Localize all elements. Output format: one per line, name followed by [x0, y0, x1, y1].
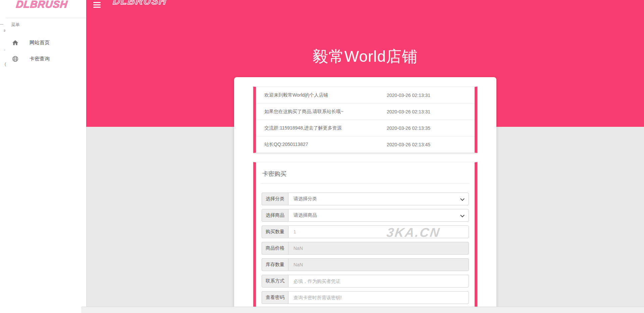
globe-icon: [12, 55, 19, 62]
sidebar: DLBRUSH 菜单 网站首页 卡密查询: [0, 0, 86, 313]
category-field-group: 选择分类 请选择分类: [262, 193, 469, 205]
price-field: [288, 242, 469, 255]
home-icon: [12, 39, 19, 46]
divider: [6, 18, 86, 18]
sidebar-item-card-query[interactable]: 卡密查询: [0, 51, 86, 66]
sidebar-item-home[interactable]: 网站首页: [0, 35, 86, 50]
edge-artifact-line: [0, 24, 3, 24]
price-input: [288, 242, 469, 254]
announcement-time: 2020-03-26 02:13:35: [387, 125, 430, 131]
quantity-field-label: 购买数量: [262, 225, 288, 238]
stock-field: [288, 258, 469, 271]
edge-artifact-glyph: (: [5, 62, 6, 66]
announcement-time: 2020-03-26 02:13:31: [387, 93, 430, 98]
edge-artifact-glyph: ': [4, 49, 5, 53]
sidebar-item-label: 卡密查询: [30, 56, 50, 62]
divider: [261, 183, 470, 184]
category-select[interactable]: 请选择分类: [288, 193, 469, 205]
announcement-text: 欢迎来到毅常World的个人店铺: [256, 92, 387, 98]
shop-title: 毅常World店铺: [313, 46, 418, 67]
contact-field: [288, 275, 469, 288]
product-field-group: 选择商品 请选择商品: [262, 209, 469, 222]
announcement-row: 欢迎来到毅常World的个人店铺 2020-03-26 02:13:31: [256, 87, 475, 103]
price-field-label: 商品价格: [262, 242, 288, 255]
shop-card: 欢迎来到毅常World的个人店铺 2020-03-26 02:13:31 如果您…: [234, 77, 496, 313]
stock-field-group: 库存数量: [262, 258, 469, 271]
bottom-strip: [81, 307, 644, 313]
stock-field-label: 库存数量: [262, 258, 288, 271]
announcement-text: 如果您在这购买了商品,请联系站长哦~: [256, 109, 387, 115]
header-logo[interactable]: DLBRUSH: [112, 0, 167, 7]
purchase-panel: 卡密购买 选择分类 请选择分类 选择商品 请选择商品: [253, 162, 477, 313]
announcement-time: 2020-03-26 02:13:45: [387, 142, 430, 147]
contact-field-group: 联系方式: [262, 275, 469, 288]
edge-artifact-glyph: ɜ: [4, 28, 5, 32]
announcement-table: 欢迎来到毅常World的个人店铺 2020-03-26 02:13:31 如果您…: [253, 87, 477, 153]
announcement-row: 交流群:115918948,进去了解更多资源 2020-03-26 02:13:…: [256, 120, 475, 136]
hamburger-menu-icon[interactable]: [93, 2, 101, 8]
announcement-text: 交流群:115918948,进去了解更多资源: [256, 125, 387, 131]
page: DLBRUSH 毅常World店铺 欢迎来到毅常World的个人店铺 2020-…: [0, 0, 644, 313]
category-select-value: 请选择分类: [288, 196, 317, 202]
chevron-down-icon: [460, 197, 465, 201]
contact-input[interactable]: [288, 275, 469, 287]
quantity-field: [288, 225, 469, 238]
quantity-input[interactable]: [288, 226, 469, 238]
product-select[interactable]: 请选择商品: [288, 209, 469, 222]
product-field-label: 选择商品: [262, 209, 288, 222]
stock-input: [288, 259, 469, 271]
announcement-row: 站长QQ:2050113827 2020-03-26 02:13:45: [256, 136, 475, 153]
purchase-form: 选择分类 请选择分类 选择商品 请选择商品 购买数量: [256, 193, 475, 304]
price-field-group: 商品价格: [262, 242, 469, 255]
chevron-down-icon: [460, 213, 465, 217]
query-password-field: [288, 291, 469, 304]
contact-field-label: 联系方式: [262, 275, 288, 288]
announcement-time: 2020-03-26 02:13:31: [387, 109, 430, 114]
query-password-field-label: 查看密码: [262, 291, 288, 304]
category-field-label: 选择分类: [262, 193, 288, 205]
product-select-value: 请选择商品: [288, 212, 317, 218]
query-password-input[interactable]: [288, 292, 469, 304]
sidebar-logo[interactable]: DLBRUSH: [15, 0, 68, 10]
watermark: 3KA.CN: [386, 225, 441, 240]
query-password-field-group: 查看密码: [262, 291, 469, 304]
announcement-row: 如果您在这购买了商品,请联系站长哦~ 2020-03-26 02:13:31: [256, 103, 475, 120]
purchase-title: 卡密购买: [262, 170, 475, 178]
menu-section-label: 菜单: [11, 22, 20, 28]
announcement-text: 站长QQ:2050113827: [256, 142, 387, 148]
sidebar-item-label: 网站首页: [30, 40, 50, 46]
